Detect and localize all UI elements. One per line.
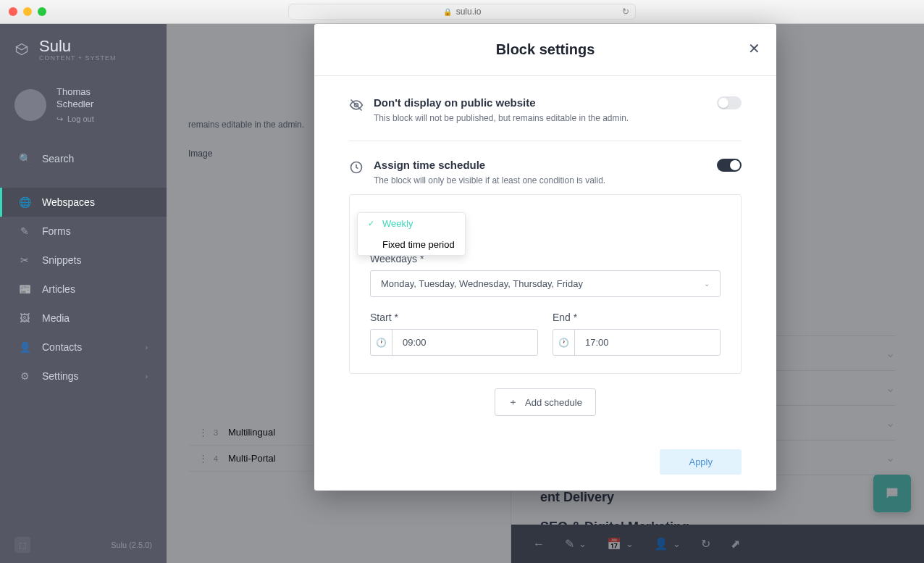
brand-name: Sulu <box>39 37 117 56</box>
end-time-input[interactable]: 🕐 <box>553 329 721 356</box>
clock-icon <box>349 160 364 175</box>
user-last-name: Schedler <box>56 99 94 111</box>
scissors-icon: ✂ <box>19 254 30 266</box>
setting-title: Assign time schedule <box>374 159 707 171</box>
setting-title: Don't display on public website <box>374 96 707 109</box>
close-icon[interactable]: ✕ <box>748 40 760 57</box>
user-first-name: Thomas <box>56 86 94 99</box>
schedule-type-dropdown: ✓ Weekly Fixed time period <box>357 212 466 256</box>
avatar[interactable] <box>14 89 46 121</box>
schedule-box: ✓ Weekly Fixed time period Weekdays * Mo… <box>349 194 742 374</box>
sidebar-item-label: Media <box>42 312 70 324</box>
window-minimize-icon[interactable] <box>23 7 32 16</box>
apply-button[interactable]: Apply <box>660 449 742 475</box>
eye-off-icon <box>349 98 364 112</box>
sidebar-item-settings[interactable]: ⚙ Settings › <box>0 362 167 391</box>
plus-icon: ＋ <box>508 396 518 409</box>
chevron-down-icon: ⌄ <box>704 280 710 288</box>
end-label: End * <box>553 312 721 323</box>
window-zoom-icon[interactable] <box>38 7 46 16</box>
sidebar-item-media[interactable]: 🖼 Media <box>0 304 167 333</box>
lock-icon: 🔒 <box>443 8 452 16</box>
logout-label: Log out <box>67 114 94 124</box>
start-label: Start * <box>370 312 538 323</box>
sidebar-item-search[interactable]: 🔍 Search <box>0 144 167 173</box>
sidebar-item-label: Contacts <box>42 341 82 353</box>
sidebar-item-contacts[interactable]: 👤 Contacts › <box>0 333 167 362</box>
search-icon: 🔍 <box>19 153 30 164</box>
image-icon: 🖼 <box>19 312 30 324</box>
end-time-field[interactable] <box>575 330 720 355</box>
sidebar-item-label: Webspaces <box>42 196 95 208</box>
setting-desc: This block will not be published, but re… <box>374 113 707 123</box>
brand-icon <box>14 42 29 57</box>
check-icon: ✓ <box>368 219 377 228</box>
setting-desc: The block will only be visible if at lea… <box>374 175 707 185</box>
newspaper-icon: 📰 <box>19 283 30 295</box>
weekdays-select[interactable]: Monday, Tuesday, Wednesday, Thursday, Fr… <box>370 270 721 297</box>
sidebar-item-label: Settings <box>42 370 79 382</box>
brand-sub: CONTENT + SYSTEM <box>39 54 117 62</box>
window-chrome: 🔒 sulu.io ↻ <box>0 0 924 24</box>
chevron-right-icon: › <box>146 343 148 351</box>
dropdown-label: Weekly <box>382 218 413 229</box>
modal-overlay[interactable]: Block settings ✕ Don't display on public… <box>167 24 924 563</box>
add-schedule-button[interactable]: ＋ Add schedule <box>495 388 596 416</box>
logout-link[interactable]: ↪ Log out <box>56 114 94 124</box>
dropdown-item-fixed[interactable]: Fixed time period <box>358 234 465 255</box>
modal: Block settings ✕ Don't display on public… <box>314 24 776 491</box>
refresh-icon[interactable]: ↻ <box>622 7 629 17</box>
logout-icon: ↪ <box>56 114 63 124</box>
sidebar-item-snippets[interactable]: ✂ Snippets <box>0 246 167 275</box>
sidebar-brand: Sulu CONTENT + SYSTEM <box>0 24 167 69</box>
pencil-icon: ✎ <box>19 225 30 237</box>
toggle-dont-display[interactable] <box>717 96 742 109</box>
gear-icon: ⚙ <box>19 370 30 382</box>
setting-time-schedule: Assign time schedule The block will only… <box>349 159 742 191</box>
chevron-right-icon: › <box>146 372 148 380</box>
sidebar-footer: ⬚ Sulu (2.5.0) <box>0 527 167 563</box>
setting-dont-display: Don't display on public website This blo… <box>349 96 742 141</box>
sidebar-item-forms[interactable]: ✎ Forms <box>0 217 167 246</box>
user-icon: 👤 <box>19 341 30 353</box>
sidebar: Sulu CONTENT + SYSTEM Thomas Schedler ↪ … <box>0 24 167 563</box>
url-bar[interactable]: 🔒 sulu.io ↻ <box>288 4 636 20</box>
clock-icon: 🕐 <box>371 330 392 355</box>
start-time-input[interactable]: 🕐 <box>370 329 538 356</box>
window-close-icon[interactable] <box>9 7 17 16</box>
sidebar-item-label: Articles <box>42 283 75 295</box>
help-icon[interactable]: ⬚ <box>14 537 30 553</box>
dropdown-item-weekly[interactable]: ✓ Weekly <box>358 213 465 234</box>
sidebar-item-articles[interactable]: 📰 Articles <box>0 275 167 304</box>
sidebar-item-webspaces[interactable]: 🌐 Webspaces <box>0 188 167 217</box>
version-label: Sulu (2.5.0) <box>111 541 152 549</box>
start-time-field[interactable] <box>392 330 537 355</box>
modal-header: Block settings ✕ <box>314 24 776 76</box>
sidebar-item-label: Forms <box>42 225 71 237</box>
user-block: Thomas Schedler ↪ Log out <box>0 69 167 137</box>
globe-icon: 🌐 <box>19 196 30 208</box>
toggle-time-schedule[interactable] <box>717 159 742 172</box>
sidebar-item-label: Search <box>42 153 74 164</box>
url-text: sulu.io <box>456 7 482 17</box>
modal-title: Block settings <box>496 41 595 58</box>
dropdown-label: Fixed time period <box>382 239 455 250</box>
add-schedule-label: Add schedule <box>525 397 582 408</box>
weekdays-value: Monday, Tuesday, Wednesday, Thursday, Fr… <box>381 278 583 289</box>
sidebar-item-label: Snippets <box>42 254 81 266</box>
clock-icon: 🕐 <box>553 330 575 355</box>
